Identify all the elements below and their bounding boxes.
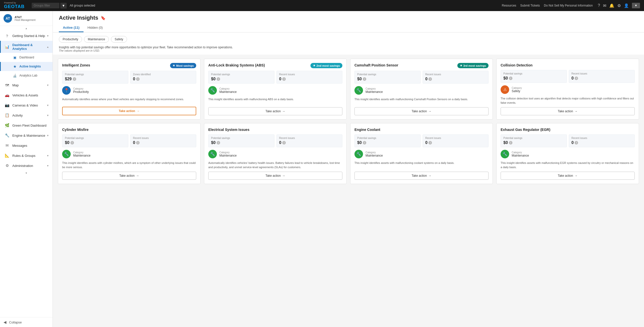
settings-icon[interactable]: ⚙ bbox=[617, 3, 621, 8]
org-name: AT&T bbox=[15, 16, 35, 19]
sidebar-item-green-fleet[interactable]: 🌿 Green Fleet Dashboard bbox=[0, 120, 53, 130]
collapse-button[interactable]: ◀ Collapse bbox=[0, 317, 53, 327]
info-icon-7b[interactable]: i bbox=[575, 141, 578, 144]
analytics-lab-label: Analytics Lab bbox=[19, 74, 37, 77]
info-icon-5a[interactable]: i bbox=[217, 141, 220, 144]
card-desc-3: The collision detection tool uses an alg… bbox=[501, 96, 635, 105]
info-icon-7a[interactable]: i bbox=[509, 141, 512, 144]
cat-label-group-6: Category Maintenance bbox=[366, 151, 383, 157]
cat-label-0: Category bbox=[73, 87, 89, 90]
card-badge-1: ★ 2nd most savings bbox=[310, 63, 342, 68]
take-action-btn-5[interactable]: Take action → bbox=[208, 172, 342, 180]
info-icon-0a[interactable]: i bbox=[73, 77, 76, 81]
help-icon[interactable]: ? bbox=[598, 3, 600, 8]
info-icon-3b[interactable]: i bbox=[575, 77, 578, 80]
sidebar-item-rules[interactable]: 📐 Rules & Groups ▼ bbox=[0, 151, 53, 161]
stat-issues-4: Recent issues 0 i bbox=[130, 134, 196, 147]
info-icon-1a[interactable]: i bbox=[217, 77, 220, 81]
cat-icon-7: 🔧 bbox=[501, 150, 509, 158]
sidebar-item-map[interactable]: 🗺 Map ▼ bbox=[0, 80, 53, 90]
stat-label-3a: Potential savings bbox=[503, 72, 564, 75]
stat-value-1b: 0 i bbox=[279, 77, 340, 81]
info-icon-4a[interactable]: i bbox=[70, 141, 74, 144]
tab-active[interactable]: Active (11) bbox=[59, 24, 84, 32]
arrow-right-icon-6: → bbox=[428, 174, 431, 177]
cameras-label: Cameras & Video bbox=[12, 103, 38, 107]
scroll-down-btn[interactable]: ▼ bbox=[0, 171, 53, 175]
star-icon-2: ★ bbox=[460, 64, 462, 67]
cameras-icon: 📷 bbox=[4, 102, 10, 108]
take-action-btn-3[interactable]: Take action → bbox=[501, 107, 635, 115]
take-action-btn-2[interactable]: Take action → bbox=[354, 107, 489, 115]
bookmark-icon[interactable]: 🔖 bbox=[101, 16, 106, 20]
cat-label-7: Category bbox=[512, 151, 529, 154]
messages-label: Messages bbox=[12, 144, 27, 148]
cat-icon-4: 🔧 bbox=[62, 150, 71, 158]
info-icon-1b[interactable]: i bbox=[282, 77, 286, 81]
cat-label-group-3: Category Safety bbox=[512, 87, 522, 93]
stat-potential-savings-3: Potential savings $0 i bbox=[501, 70, 567, 83]
chevron-engine-icon: ▼ bbox=[47, 134, 49, 137]
insight-text: Insights with top potential savings offe… bbox=[59, 46, 638, 49]
take-action-btn-4[interactable]: Take action → bbox=[62, 172, 196, 180]
arrow-right-icon-2: → bbox=[428, 110, 431, 113]
resources-link[interactable]: Resources bbox=[502, 4, 516, 7]
card-category-5: 🔧 Category Maintenance bbox=[208, 150, 342, 158]
sidebar-item-cameras[interactable]: 📷 Cameras & Video ▼ bbox=[0, 100, 53, 110]
mail-icon[interactable]: ✉ bbox=[603, 3, 606, 8]
filter-maintenance[interactable]: Maintenance bbox=[84, 36, 109, 43]
stat-label-6a: Potential savings bbox=[357, 137, 418, 139]
do-not-sell-link[interactable]: Do Not Sell My Personal Information bbox=[544, 4, 593, 7]
info-icon-2a[interactable]: i bbox=[363, 77, 366, 81]
groups-filter-input[interactable] bbox=[32, 3, 59, 8]
info-icon-6a[interactable]: i bbox=[363, 141, 366, 144]
sidebar-item-vehicles[interactable]: 🚗 Vehicles & Assets bbox=[0, 90, 53, 100]
info-icon-4b[interactable]: i bbox=[136, 141, 140, 144]
tab-hidden[interactable]: Hidden (0) bbox=[84, 24, 107, 32]
sidebar-item-dashboard-analytics[interactable]: 📊 Dashboard & Analytics ▲ bbox=[0, 41, 53, 53]
take-action-btn-0[interactable]: Take action → bbox=[62, 107, 196, 115]
sidebar-item-engine[interactable]: 🔧 Engine & Maintenance ▼ bbox=[0, 130, 53, 140]
submit-tickets-link[interactable]: Submit Tickets bbox=[520, 4, 540, 7]
card-category-0: 📍 Category Productivity bbox=[62, 86, 196, 95]
stat-value-0a: $29 i bbox=[65, 77, 126, 81]
card-header-7: Exhaust Gas Regulator (EGR) bbox=[501, 127, 635, 132]
take-action-btn-1[interactable]: Take action → bbox=[208, 107, 342, 115]
sidebar-item-dashboard[interactable]: ▣ Dashboard bbox=[0, 53, 53, 62]
user-icon[interactable]: 👤 bbox=[624, 3, 629, 8]
sidebar-item-administration[interactable]: ⚙ Administration ▼ bbox=[0, 161, 53, 171]
card-header-3: Collision Detection bbox=[501, 63, 635, 67]
sidebar-item-activity[interactable]: 📋 Activity ▼ bbox=[0, 110, 53, 120]
groups-filter-dropdown[interactable]: ▼ bbox=[60, 3, 67, 9]
info-icon-0b[interactable]: i bbox=[136, 77, 140, 81]
stat-label-7b: Recent issues bbox=[572, 137, 632, 139]
take-action-btn-6[interactable]: Take action → bbox=[354, 172, 489, 180]
card-header-6: Engine Coolant bbox=[354, 127, 489, 132]
cat-label-6: Category bbox=[366, 151, 383, 154]
info-icon-2b[interactable]: i bbox=[428, 77, 432, 81]
card-stats-2: Potential savings $0 i Recent issues 0 i bbox=[354, 71, 489, 84]
sidebar-item-active-insights[interactable]: ★ Active Insights bbox=[0, 62, 53, 71]
card-stats-6: Potential savings $0 i Recent issues 0 i bbox=[354, 134, 489, 147]
filter-productivity[interactable]: Productivity bbox=[59, 36, 82, 43]
topbar-logo: Powered by GEOTAB bbox=[4, 2, 25, 9]
insight-description: Insights with top potential savings offe… bbox=[53, 45, 644, 55]
info-icon-5b[interactable]: i bbox=[282, 141, 286, 144]
stat-value-3a: $0 i bbox=[503, 76, 564, 81]
cat-label-group-2: Category Maintenance bbox=[366, 87, 383, 94]
sidebar-item-analytics-lab[interactable]: 🔬 Analytics Lab bbox=[0, 71, 53, 80]
take-action-btn-7[interactable]: Take action → bbox=[501, 172, 635, 180]
sidebar-item-getting-started[interactable]: ? Getting Started & Help ▼ bbox=[0, 31, 53, 41]
stat-value-7b: 0 i bbox=[572, 140, 632, 145]
cat-icon-1: 🔧 bbox=[208, 86, 217, 95]
filter-safety[interactable]: Safety bbox=[111, 36, 127, 43]
info-icon-3a[interactable]: i bbox=[509, 77, 512, 80]
sidebar-item-messages[interactable]: ✉ Messages bbox=[0, 140, 53, 151]
notifications-icon[interactable]: 🔔 bbox=[609, 3, 614, 8]
active-insights-icon: ★ bbox=[12, 64, 17, 69]
scroll-up-btn[interactable]: ▲ bbox=[0, 26, 53, 31]
info-icon-6b[interactable]: i bbox=[428, 141, 432, 144]
user-menu-button[interactable]: ▼ bbox=[632, 3, 640, 8]
arrow-right-icon-4: → bbox=[136, 174, 139, 177]
stat-label-2b: Recent issues bbox=[425, 73, 486, 76]
